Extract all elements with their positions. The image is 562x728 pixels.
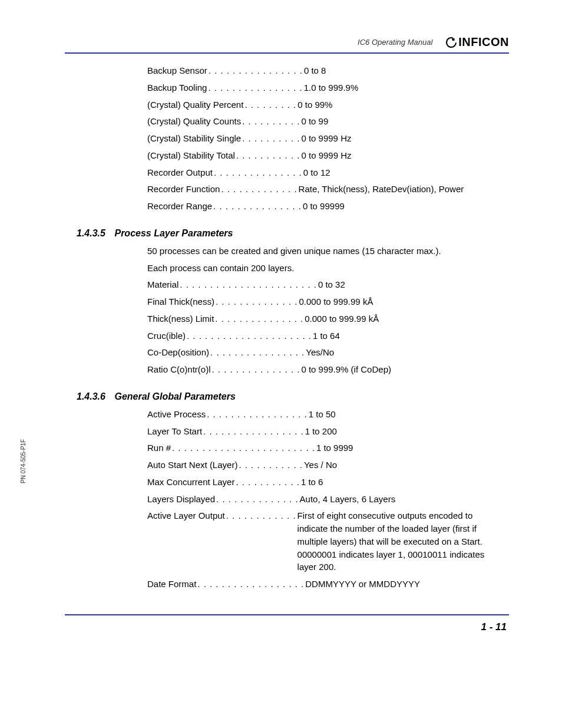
parameter-label: Max Concurrent Layer xyxy=(147,476,234,489)
parameter-row: Cruc(ible) . . . . . . . . . . . . . . .… xyxy=(147,330,503,342)
parameter-value: Rate, Thick(ness), RateDev(iation), Powe… xyxy=(299,183,503,196)
parameter-label: Backup Sensor xyxy=(147,64,207,77)
parameter-label: Active Layer Output xyxy=(147,509,225,522)
parameter-value: 1.0 to 999.9% xyxy=(304,81,503,94)
parameter-label: Thick(ness) Limit xyxy=(147,312,214,325)
dot-leader: . . . . . . . . . . . . xyxy=(225,509,297,522)
dot-leader: . . . . . . . . . . . . . . xyxy=(215,493,300,506)
dot-leader: . . . . . . . . . . . . . . xyxy=(214,295,299,308)
parameter-value: 0 to 99 xyxy=(301,115,503,128)
parameter-value: 1 to 200 xyxy=(305,425,503,438)
svg-point-2 xyxy=(452,38,455,41)
parameter-label: Layers Displayed xyxy=(147,493,215,506)
section-1436-parameter-list: Active Process . . . . . . . . . . . . .… xyxy=(147,408,503,591)
side-part-number: PN 074-505-P1F xyxy=(20,439,27,483)
parameter-row: Final Thick(ness) . . . . . . . . . . . … xyxy=(147,295,503,308)
parameter-row: Run # . . . . . . . . . . . . . . . . . … xyxy=(147,442,503,454)
dot-leader: . . . . . . . . . . . xyxy=(234,476,301,489)
parameter-label: Active Process xyxy=(147,408,206,421)
parameter-row: Recorder Output . . . . . . . . . . . . … xyxy=(147,166,503,179)
parameter-row: Layer To Start . . . . . . . . . . . . .… xyxy=(147,425,503,438)
brand-text: INFICON xyxy=(458,35,509,49)
parameter-value: 0 to 99999 xyxy=(303,200,503,213)
parameter-row: (Crystal) Stability Total . . . . . . . … xyxy=(147,149,503,162)
parameter-value: 0 to 32 xyxy=(318,278,503,291)
parameter-value: 0 to 9999 Hz xyxy=(301,149,503,162)
dot-leader: . . . . . . . . . . . . . . . xyxy=(214,312,305,325)
section-1435-intro-2: Each process can contain 200 layers. xyxy=(147,262,509,275)
parameter-row: Recorder Range . . . . . . . . . . . . .… xyxy=(147,200,503,213)
parameter-row: Max Concurrent Layer . . . . . . . . . .… xyxy=(147,476,503,489)
parameter-label: Recorder Output xyxy=(147,166,213,179)
parameter-label: Date Format xyxy=(147,578,196,591)
parameter-row: (Crystal) Stability Single . . . . . . .… xyxy=(147,132,503,145)
parameter-row: Material . . . . . . . . . . . . . . . .… xyxy=(147,278,503,291)
parameter-row: Thick(ness) Limit . . . . . . . . . . . … xyxy=(147,312,503,325)
dot-leader: . . . . . . . . . . xyxy=(241,115,301,128)
dot-leader: . . . . . . . . . . . . . xyxy=(220,183,298,196)
footer-rule xyxy=(65,614,509,615)
parameter-label: (Crystal) Quality Percent xyxy=(147,98,243,111)
parameter-row: Co-Dep(osition) . . . . . . . . . . . . … xyxy=(147,346,503,359)
parameter-value: 0 to 99% xyxy=(297,98,503,111)
dot-leader: . . . . . . . . . . . . . . . . . xyxy=(206,408,309,421)
brand-logo: INFICON xyxy=(445,35,509,49)
parameter-value: 0 to 9999 Hz xyxy=(301,132,503,145)
inficon-mark-icon xyxy=(445,37,457,48)
dot-leader: . . . . . . . . . . . . . . . . . . . . … xyxy=(171,442,316,454)
dot-leader: . . . . . . . . . . xyxy=(241,132,301,145)
parameter-value: 0.000 to 999.99 kÅ xyxy=(299,295,503,308)
parameter-row: (Crystal) Quality Percent . . . . . . . … xyxy=(147,98,503,111)
parameter-label: Cruc(ible) xyxy=(147,330,186,342)
parameter-value: 1 to 50 xyxy=(309,408,503,421)
parameter-label: Material xyxy=(147,278,178,291)
section-title: General Global Parameters xyxy=(114,391,235,401)
parameter-row: Backup Sensor . . . . . . . . . . . . . … xyxy=(147,64,503,77)
manual-title: IC6 Operating Manual xyxy=(358,38,432,47)
parameter-value: First of eight consecutive outputs encod… xyxy=(297,509,503,574)
header-rule xyxy=(65,52,509,54)
parameter-row: Active Process . . . . . . . . . . . . .… xyxy=(147,408,503,421)
section-1435-parameter-list: Material . . . . . . . . . . . . . . . .… xyxy=(147,278,503,376)
parameter-label: Auto Start Next (Layer) xyxy=(147,459,237,472)
parameter-row: Backup Tooling . . . . . . . . . . . . .… xyxy=(147,81,503,94)
page-header: IC6 Operating Manual INFICON xyxy=(65,35,509,49)
parameter-value: 0 to 12 xyxy=(303,166,503,179)
parameter-value: Yes/No xyxy=(306,346,503,359)
parameter-label: Recorder Range xyxy=(147,200,212,213)
parameter-row: Auto Start Next (Layer) . . . . . . . . … xyxy=(147,459,503,472)
section-number: 1.4.3.6 xyxy=(77,391,112,402)
dot-leader: . . . . . . . . . . . . . . . . xyxy=(207,81,303,94)
parameter-label: Final Thick(ness) xyxy=(147,295,214,308)
parameter-row: Date Format . . . . . . . . . . . . . . … xyxy=(147,578,503,591)
dot-leader: . . . . . . . . . . . . . . . xyxy=(211,363,302,376)
parameter-value: 1 to 64 xyxy=(313,330,503,342)
parameter-value: 0.000 to 999.99 kÅ xyxy=(305,312,503,325)
parameter-label: (Crystal) Stability Single xyxy=(147,132,241,145)
section-heading-1435: 1.4.3.5 Process Layer Parameters xyxy=(77,228,509,239)
section-number: 1.4.3.5 xyxy=(77,228,112,239)
dot-leader: . . . . . . . . . . . . . . . . xyxy=(207,64,304,77)
parameter-label: Co-Dep(osition) xyxy=(147,346,209,359)
dot-leader: . . . . . . . . . . . . . . . . . . xyxy=(196,578,305,591)
parameter-value: Yes / No xyxy=(304,459,503,472)
parameter-row: Active Layer Output . . . . . . . . . . … xyxy=(147,509,503,574)
section-heading-1436: 1.4.3.6 General Global Parameters xyxy=(77,391,509,402)
parameter-row: Layers Displayed . . . . . . . . . . . .… xyxy=(147,493,503,506)
parameter-value: 1 to 6 xyxy=(301,476,503,489)
parameter-row: (Crystal) Quality Counts . . . . . . . .… xyxy=(147,115,503,128)
dot-leader: . . . . . . . . . . . . . . . xyxy=(212,200,303,213)
parameter-value: 0 to 8 xyxy=(304,64,503,77)
dot-leader: . . . . . . . . . . . xyxy=(235,149,302,162)
parameter-value: DDMMYYYY or MMDDYYYY xyxy=(305,578,503,591)
dot-leader: . . . . . . . . . . . . . . . . . . . . … xyxy=(178,278,318,291)
section-title: Process Layer Parameters xyxy=(114,228,233,238)
parameter-label: Layer To Start xyxy=(147,425,202,438)
parameter-label: Recorder Function xyxy=(147,183,220,196)
parameter-label: Run # xyxy=(147,442,171,454)
parameter-label: Ratio C(o)ntr(o)l xyxy=(147,363,211,376)
parameter-label: Backup Tooling xyxy=(147,81,207,94)
dot-leader: . . . . . . . . . xyxy=(243,98,297,111)
parameter-value: 0 to 999.9% (if CoDep) xyxy=(301,363,503,376)
parameter-row: Recorder Function . . . . . . . . . . . … xyxy=(147,183,503,196)
